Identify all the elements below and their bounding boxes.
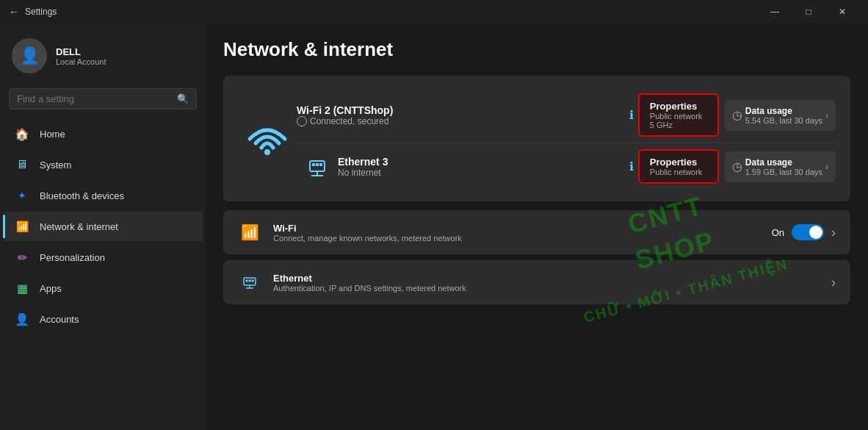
ethernet-name: Ethernet 3	[338, 156, 629, 168]
user-info: DELL Local Account	[56, 46, 106, 66]
accounts-icon: 👤	[15, 312, 29, 326]
wifi-actions: ℹ Properties Public network 5 GHz ◷	[629, 93, 836, 137]
wifi-name: Wi-Fi 2 (CNTTShop)	[297, 104, 629, 116]
wifi-properties-sublabel2: 5 GHz	[650, 121, 673, 129]
svg-rect-8	[246, 280, 248, 282]
ethernet-network-entry: Ethernet 3 No internet ℹ Properties Publ…	[297, 143, 836, 190]
ethernet-actions: ℹ Properties Public network ◷ Data	[629, 149, 836, 184]
wifi-status: Connected, secured	[297, 116, 629, 126]
ethernet-data-chevron-icon: ›	[825, 162, 828, 172]
sidebar-item-system-label: System	[40, 160, 71, 171]
ethernet-visual-icon	[304, 154, 330, 180]
ethernet-card-chevron-icon: ›	[831, 275, 836, 290]
minimize-button[interactable]: —	[758, 0, 792, 24]
sidebar-item-bluetooth[interactable]: ✦ Bluetooth & devices	[3, 181, 203, 210]
ethernet-card-subtitle: Authentication, IP and DNS settings, met…	[273, 284, 820, 293]
wifi-card-right: On ›	[772, 224, 836, 240]
ethernet-properties-sublabel: Public network	[650, 168, 703, 176]
apps-icon: ▦	[15, 281, 29, 295]
ethernet-properties-info-icon: ℹ	[629, 160, 634, 173]
sidebar-item-home[interactable]: 🏠 Home	[3, 119, 203, 148]
sidebar-item-apps-label: Apps	[40, 283, 62, 294]
back-button[interactable]: ←	[9, 6, 19, 18]
home-icon: 🏠	[15, 126, 29, 141]
ethernet-status: No internet	[338, 168, 629, 178]
avatar: 👤	[12, 38, 47, 74]
top-network-card: Wi-Fi 2 (CNTTShop) Connected, secured ℹ …	[223, 76, 850, 201]
personalization-icon: ✏	[15, 250, 29, 265]
title-bar-title: Settings	[25, 7, 57, 17]
window-controls: — □ ✕	[758, 0, 859, 24]
page-title: Network & internet	[223, 38, 850, 61]
bluetooth-icon: ✦	[15, 188, 29, 203]
wifi-card-chevron-icon: ›	[831, 225, 836, 240]
data-usage-icon: ◷	[732, 108, 742, 122]
ethernet-card-icon	[238, 270, 261, 294]
sidebar-item-system[interactable]: 🖥 System	[3, 150, 203, 179]
sidebar-item-accounts[interactable]: 👤 Accounts	[3, 304, 203, 334]
network-list: Wi-Fi 2 (CNTTShop) Connected, secured ℹ …	[297, 87, 836, 190]
sidebar: 👤 DELL Local Account 🔍 🏠 Home 🖥 System ✦…	[0, 24, 206, 430]
wifi-card-info: Wi-Fi Connect, manage known networks, me…	[273, 223, 760, 243]
wifi-properties-info-icon: ℹ	[629, 108, 634, 122]
wifi-toggle[interactable]	[792, 224, 824, 240]
close-button[interactable]: ✕	[825, 0, 859, 24]
search-box[interactable]: 🔍	[9, 88, 197, 110]
wifi-card-title: Wi-Fi	[273, 223, 760, 234]
wifi-card[interactable]: 📶 Wi-Fi Connect, manage known networks, …	[223, 210, 850, 254]
ethernet-card-visual-icon	[241, 273, 258, 291]
svg-rect-2	[312, 163, 315, 166]
wifi-signal-icon	[244, 115, 291, 162]
ethernet-data-sublabel: 1.59 GB, last 30 days	[745, 168, 822, 176]
app-body: 👤 DELL Local Account 🔍 🏠 Home 🖥 System ✦…	[0, 24, 868, 430]
sidebar-item-network[interactable]: 📶 Network & internet	[3, 212, 203, 241]
ethernet-properties-label: Properties	[650, 157, 697, 168]
wifi-data-sublabel: 5.54 GB, last 30 days	[745, 116, 822, 125]
wifi-properties-label: Properties	[650, 101, 697, 112]
wifi-card-icon: 📶	[238, 221, 261, 244]
ethernet-card-right: ›	[831, 275, 836, 290]
main-content: CNTTSHOPCHỮ • MỚI • THÂN THIỆN Network &…	[206, 24, 868, 430]
ethernet-card-title: Ethernet	[273, 273, 820, 284]
search-icon: 🔍	[177, 93, 189, 104]
title-bar: ← Settings — □ ✕	[0, 0, 868, 24]
wifi-properties-sublabel: Public network	[650, 112, 703, 121]
ethernet-data-usage-icon: ◷	[732, 160, 742, 173]
svg-point-0	[264, 149, 270, 155]
sidebar-item-bluetooth-label: Bluetooth & devices	[40, 190, 124, 201]
sidebar-item-accounts-label: Accounts	[40, 314, 79, 325]
wifi-properties-button[interactable]: Properties Public network 5 GHz	[638, 93, 719, 137]
wifi-visual	[238, 87, 297, 190]
wifi-network-entry: Wi-Fi 2 (CNTTShop) Connected, secured ℹ …	[297, 87, 836, 143]
wifi-toggle-thumb	[809, 226, 822, 239]
wifi-data-chevron-icon: ›	[825, 110, 828, 121]
wifi-card-subtitle: Connect, manage known networks, metered …	[273, 234, 760, 243]
ethernet-properties-button[interactable]: Properties Public network	[638, 149, 719, 184]
globe-icon	[297, 116, 307, 126]
wifi-data-label: Data usage	[745, 106, 822, 116]
maximize-button[interactable]: □	[792, 0, 825, 24]
svg-rect-9	[249, 280, 251, 282]
ethernet-card-info: Ethernet Authentication, IP and DNS sett…	[273, 273, 820, 293]
user-subtitle: Local Account	[56, 57, 106, 66]
ethernet-data-usage-button[interactable]: ◷ Data usage 1.59 GB, last 30 days ›	[725, 151, 836, 182]
ethernet-data-label: Data usage	[745, 157, 822, 168]
system-icon: 🖥	[15, 157, 29, 172]
sidebar-item-network-label: Network & internet	[40, 221, 118, 232]
svg-rect-10	[252, 280, 254, 282]
sidebar-item-personalization[interactable]: ✏ Personalization	[3, 243, 203, 272]
user-name: DELL	[56, 46, 106, 57]
ethernet-info: Ethernet 3 No internet	[338, 156, 629, 178]
wifi-data-usage-button[interactable]: ◷ Data usage 5.54 GB, last 30 days ›	[725, 100, 836, 131]
network-icon: 📶	[15, 219, 29, 234]
user-section: 👤 DELL Local Account	[0, 29, 206, 88]
wifi-toggle-label: On	[772, 227, 784, 238]
wifi-info: Wi-Fi 2 (CNTTShop) Connected, secured	[297, 104, 629, 126]
search-input[interactable]	[17, 93, 171, 104]
sidebar-item-home-label: Home	[40, 129, 65, 140]
svg-rect-4	[319, 163, 322, 166]
sidebar-item-apps[interactable]: ▦ Apps	[3, 273, 203, 303]
sidebar-item-personalization-label: Personalization	[40, 252, 105, 263]
ethernet-icon	[297, 154, 338, 180]
ethernet-card[interactable]: Ethernet Authentication, IP and DNS sett…	[223, 260, 850, 304]
